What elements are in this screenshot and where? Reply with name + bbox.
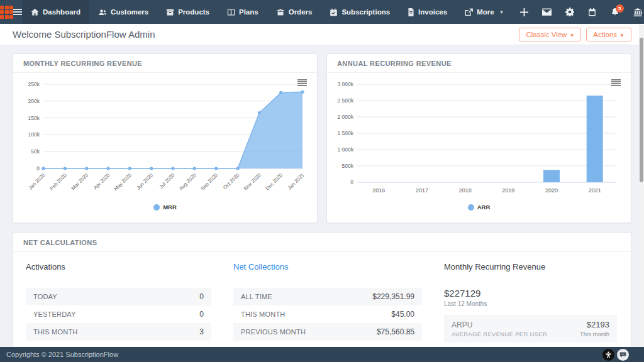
copyright-text: Copyrights © 2021 SubscriptionFlow <box>6 351 118 358</box>
svg-text:Oct 2020: Oct 2020 <box>222 172 241 191</box>
mrr-legend[interactable]: MRR <box>18 202 312 214</box>
nav-label: Products <box>178 8 209 16</box>
sidebar-toggle-button[interactable] <box>13 0 22 24</box>
svg-text:May 2020: May 2020 <box>113 172 133 192</box>
arr-chart-card: ANNUAL RECURRING REVENUE 0500k1 000k1 50… <box>326 53 631 223</box>
nav-label: Subscriptions <box>341 8 390 16</box>
svg-text:2020: 2020 <box>545 187 558 194</box>
activations-column: Activations TODAY 0 YESTERDAY 0 THIS MON… <box>26 262 211 343</box>
svg-text:Jan 2020: Jan 2020 <box>28 172 47 191</box>
settings-button[interactable] <box>558 0 581 24</box>
chevron-down-icon: ▼ <box>619 33 625 38</box>
svg-text:2 500k: 2 500k <box>337 97 353 104</box>
accessibility-icon <box>605 351 612 358</box>
share-icon <box>465 8 473 16</box>
quick-add-button[interactable] <box>513 0 536 24</box>
chevron-down-icon: ▼ <box>569 33 574 38</box>
svg-text:1 000k: 1 000k <box>337 146 353 153</box>
nav-item-dashboard[interactable]: Dashboard <box>22 0 89 24</box>
grid-logo-icon <box>0 6 13 19</box>
arpu-label: ARPU <box>452 321 547 329</box>
arr-card-title: ANNUAL RECURRING REVENUE <box>327 54 631 73</box>
stat-row-all-time: ALL TIME $229,351.99 <box>233 288 422 305</box>
mrr-card-title: MONTHLY RECURRING REVENUE <box>13 54 317 73</box>
net-calculations-title: NET CALCULATIONS <box>13 233 631 252</box>
mrr-area-chart: 050k100k150k200k250kJan 2020Feb 2020Mar … <box>18 77 311 200</box>
nav-item-subscriptions[interactable]: Subscriptions <box>321 0 399 24</box>
svg-text:Aug 2020: Aug 2020 <box>178 172 197 192</box>
mrr-amount: $227129 <box>444 288 617 299</box>
actions-button[interactable]: Actions▼ <box>586 28 631 41</box>
svg-text:Feb 2020: Feb 2020 <box>48 172 68 192</box>
mrr-summary-column: Monthly Recurring Revenue $227129 Last 1… <box>444 262 617 343</box>
nav-label: Orders <box>289 8 313 16</box>
calendar-check-icon <box>330 8 338 16</box>
nav-item-more[interactable]: More ▼ <box>456 0 513 24</box>
main-nav: Dashboard Customers Products Plans Order… <box>22 0 513 24</box>
svg-text:2019: 2019 <box>502 187 514 194</box>
svg-text:Sep 2020: Sep 2020 <box>199 172 219 192</box>
svg-text:50k: 50k <box>31 148 40 155</box>
nav-label: Dashboard <box>43 8 80 16</box>
svg-text:Jul 2020: Jul 2020 <box>158 172 176 190</box>
arpu-sublabel: AVERAGE REVENUE PER USER <box>452 331 547 337</box>
billing-button[interactable] <box>626 0 644 24</box>
nav-label: More <box>477 8 494 16</box>
envelope-icon <box>542 8 552 16</box>
chart-export-menu-icon[interactable] <box>611 79 621 86</box>
arpu-row: ARPU AVERAGE REVENUE PER USER $2193 This… <box>444 315 617 343</box>
navbar-actions: 5 ▼ <box>513 0 644 24</box>
box-icon <box>166 8 174 16</box>
users-icon <box>98 8 107 16</box>
svg-text:Nov 2020: Nov 2020 <box>243 172 262 192</box>
svg-text:250k: 250k <box>28 81 40 87</box>
open-box-icon <box>276 8 285 16</box>
svg-text:200k: 200k <box>28 98 40 104</box>
accessibility-widget-button[interactable] <box>602 349 614 361</box>
nav-label: Customers <box>111 8 148 16</box>
stat-row-this-month: THIS MONTH $45.00 <box>233 305 422 323</box>
calendar-button[interactable] <box>581 0 604 24</box>
header-actions: Classic View▼ Actions▼ <box>519 28 631 41</box>
scrollbar-thumb[interactable] <box>640 38 643 182</box>
nav-item-products[interactable]: Products <box>157 0 218 24</box>
legend-label: ARR <box>477 204 491 211</box>
svg-text:Dec 2020: Dec 2020 <box>264 172 284 192</box>
messages-button[interactable] <box>536 0 558 24</box>
mrr-chart-card: MONTHLY RECURRING REVENUE 050k100k150k20… <box>13 53 318 223</box>
main-content: MONTHLY RECURRING REVENUE 050k100k150k20… <box>0 45 644 347</box>
svg-text:3 000k: 3 000k <box>337 81 353 87</box>
svg-text:2 000k: 2 000k <box>337 114 353 120</box>
net-calculations-card: NET CALCULATIONS Activations TODAY 0 YES… <box>13 233 631 347</box>
svg-text:2016: 2016 <box>372 187 385 194</box>
page-title: Welcome SubscriptionFlow Admin <box>13 29 155 40</box>
svg-text:2018: 2018 <box>459 187 472 194</box>
activations-heading: Activations <box>26 262 211 272</box>
calendar-icon <box>588 8 596 16</box>
nav-label: Invoices <box>418 8 447 16</box>
mrr-summary-heading: Monthly Recurring Revenue <box>444 262 617 272</box>
nav-label: Plans <box>239 8 258 16</box>
notifications-button[interactable]: 5 <box>604 0 626 24</box>
arr-legend[interactable]: ARR <box>332 202 626 214</box>
chat-widget-button[interactable] <box>617 349 629 361</box>
nav-item-customers[interactable]: Customers <box>89 0 157 24</box>
classic-view-button[interactable]: Classic View▼ <box>519 28 581 41</box>
mrr-period: Last 12 Months <box>444 300 617 307</box>
net-collections-link[interactable]: Net Collections <box>233 262 422 272</box>
hamburger-icon <box>13 8 22 16</box>
legend-dot-icon <box>153 204 160 211</box>
nav-item-orders[interactable]: Orders <box>267 0 321 24</box>
stat-row-previous-month: PREVIOUS MONTH $75,560.85 <box>233 323 422 341</box>
app-logo[interactable] <box>0 0 13 24</box>
svg-text:2017: 2017 <box>416 187 428 194</box>
chart-export-menu-icon[interactable] <box>297 79 307 86</box>
svg-text:Jan 2021: Jan 2021 <box>287 172 306 191</box>
arpu-period: This month <box>580 331 609 337</box>
arpu-value: $2193 <box>580 320 609 329</box>
nav-item-plans[interactable]: Plans <box>218 0 267 24</box>
nav-item-invoices[interactable]: Invoices <box>399 0 456 24</box>
notification-badge: 5 <box>616 4 624 13</box>
bank-icon <box>633 8 642 16</box>
chat-icon <box>619 351 626 358</box>
